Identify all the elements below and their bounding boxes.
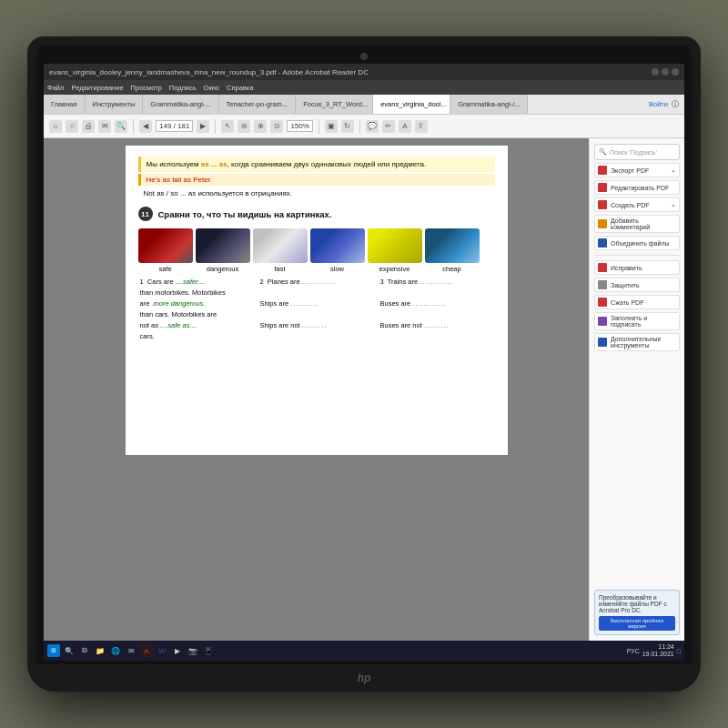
titlebar-buttons xyxy=(652,68,679,76)
task-view-icon[interactable]: ⧉ xyxy=(78,644,91,657)
cursor-icon[interactable]: ↖ xyxy=(221,120,234,133)
mail-icon[interactable]: ✉ xyxy=(125,644,137,657)
col2-line3: Ships are not ......... xyxy=(260,320,373,331)
rotate-icon[interactable]: ↻ xyxy=(341,120,354,133)
plane-label: fast xyxy=(274,265,285,273)
draw-icon[interactable]: ✏ xyxy=(382,120,395,133)
right-panel: 🔍 Поиск 'Подпись' Экспорт PDF ⌄ Редактир… xyxy=(589,138,684,641)
start-button[interactable]: ⊞ xyxy=(47,644,60,657)
fill-sign-icon xyxy=(598,317,607,326)
clock: 11:24 19.01.2021 xyxy=(642,643,674,659)
acrobat-main: Мы используем as ... as, когда сравнивае… xyxy=(44,138,684,641)
col1-line2: than motorbikes. Motorbikes xyxy=(140,288,253,298)
maximize-button[interactable] xyxy=(662,68,669,76)
combine-files-action[interactable]: Объединить файлы xyxy=(594,236,680,250)
col3-line3: Buses are not ......... xyxy=(380,320,493,331)
fit-page-icon[interactable]: ▣ xyxy=(325,120,338,133)
export-pdf-action[interactable]: Экспорт PDF ⌄ xyxy=(594,163,680,177)
next-page-icon[interactable]: ▶ xyxy=(197,120,209,133)
acrobat-taskbar-icon[interactable]: A xyxy=(140,644,153,657)
phone-icon[interactable]: 📱 xyxy=(202,644,215,657)
zoom-out-icon[interactable]: ⊖ xyxy=(238,120,250,133)
image-ship: slow xyxy=(310,228,365,273)
promo-text: Преобразовывайте и изменяйте файлы PDF с… xyxy=(599,594,675,613)
export-pdf-label: Экспорт PDF xyxy=(611,167,649,174)
tab-gram2[interactable]: Grammatika-angl-/... xyxy=(450,95,528,114)
col1-line5: not as ....safe as.... xyxy=(140,320,253,331)
more-tools-action[interactable]: Дополнительные инструменты xyxy=(594,333,680,351)
exercise-col2: 2 Planes are ............ Ships are ....… xyxy=(258,277,375,342)
tab-bar: Главная Инструменты Grammatika-angl-... … xyxy=(44,95,684,115)
compress-pdf-action[interactable]: Сжать PDF xyxy=(594,295,680,309)
info-icon: ⓘ xyxy=(672,100,679,109)
minimize-button[interactable] xyxy=(652,68,659,76)
close-button[interactable] xyxy=(672,68,679,76)
tab-focus[interactable]: Focus_3_RT_Word... xyxy=(296,95,373,114)
col1-line1: 1 Cars are ....safer.... xyxy=(140,277,253,288)
search-icon[interactable]: 🔍 xyxy=(115,120,127,133)
home-toolbar-icon[interactable]: ⌂ xyxy=(49,120,62,133)
menu-sign[interactable]: Подпись xyxy=(169,84,197,92)
search-taskbar-icon[interactable]: 🔍 xyxy=(63,644,76,657)
page-number-input[interactable]: 149 / 181 xyxy=(156,120,193,132)
zoom-level[interactable]: 150% xyxy=(287,120,312,132)
notifications-icon[interactable]: □ xyxy=(677,648,681,654)
taskbar-right: РУС 11:24 19.01.2021 □ xyxy=(627,643,681,659)
tab-tenach[interactable]: Tenacher-po-gram... xyxy=(219,95,297,114)
acrobat-window: evans_virginia_dooley_jenny_landmasheva_… xyxy=(44,64,684,641)
menu-bar: Файл Редактирование Просмотр Подпись Окн… xyxy=(44,80,684,95)
edit-pdf-action[interactable]: Редактировать PDF xyxy=(594,180,680,195)
panel-search-box[interactable]: 🔍 Поиск 'Подпись' xyxy=(594,144,680,160)
media-icon[interactable]: ▶ xyxy=(171,644,184,657)
menu-file[interactable]: Файл xyxy=(47,84,64,92)
search-icon: 🔍 xyxy=(599,148,607,156)
menu-view[interactable]: Просмотр xyxy=(131,84,162,92)
export-pdf-icon xyxy=(598,166,607,175)
highlight-icon[interactable]: A xyxy=(399,120,411,133)
ship-label: slow xyxy=(330,265,344,273)
taskbar: ⊞ 🔍 ⧉ 📁 🌐 ✉ A W ▶ 📷 📱 РУС 11:24 19.01.20… xyxy=(44,641,684,661)
camera-icon[interactable]: 📷 xyxy=(187,644,199,657)
prev-page-icon[interactable]: ◀ xyxy=(139,120,152,133)
exercise-header: 11 Сравни то, что ты видишь на картинках… xyxy=(138,207,495,221)
protect-label: Защитить xyxy=(611,282,640,288)
tab-evans[interactable]: evans_virginia_dool... xyxy=(373,95,450,114)
share-icon[interactable]: ⇪ xyxy=(415,120,428,133)
col1-line6: cars. xyxy=(140,331,253,342)
tab-home[interactable]: Главная xyxy=(44,95,86,114)
menu-window[interactable]: Окно xyxy=(204,84,219,92)
exercise-number: 11 xyxy=(138,207,153,221)
col2-line1: 2 Planes are ............ xyxy=(260,277,373,288)
signin-link[interactable]: Войти xyxy=(649,100,668,108)
exercise-col1: 1 Cars are ....safer.... than motorbikes… xyxy=(138,277,255,342)
zoom-icon[interactable]: ⊙ xyxy=(270,120,283,133)
zoom-in-icon[interactable]: ⊕ xyxy=(254,120,267,133)
tab-gram1[interactable]: Grammatika-angl-... xyxy=(143,95,218,114)
fill-sign-action[interactable]: Заполнить и подписать xyxy=(594,312,680,330)
grammar-rules: Мы используем as ... as, когда сравнивае… xyxy=(138,157,495,199)
compress-label: Сжать PDF xyxy=(611,299,643,306)
tab-tools[interactable]: Инструменты xyxy=(86,95,144,114)
menu-edit[interactable]: Редактирование xyxy=(71,84,123,92)
rule-as-as: Мы используем as ... as, когда сравнивае… xyxy=(138,157,495,172)
menu-help[interactable]: Справка xyxy=(227,84,253,92)
screen: evans_virginia_dooley_jenny_landmasheva_… xyxy=(44,64,684,661)
star-icon[interactable]: ☆ xyxy=(66,120,78,133)
folder-icon[interactable]: 📁 xyxy=(94,644,106,657)
fix-action[interactable]: Исправить xyxy=(594,260,680,275)
titlebar: evans_virginia_dooley_jenny_landmasheva_… xyxy=(44,64,684,80)
add-comment-action[interactable]: Добавить комментарий xyxy=(594,215,680,233)
browser-icon[interactable]: 🌐 xyxy=(109,644,122,657)
print-icon[interactable]: 🖨 xyxy=(82,120,95,133)
bus-image xyxy=(425,228,480,263)
rule-highlight-as: as ... as xyxy=(201,160,228,168)
protect-action[interactable]: Защитить xyxy=(594,278,680,292)
image-car: safe xyxy=(138,228,193,273)
moto-image xyxy=(196,228,250,263)
comment-icon[interactable]: 💬 xyxy=(366,120,379,133)
email-icon[interactable]: ✉ xyxy=(98,120,111,133)
trial-button[interactable]: Бесплатная пробная версия xyxy=(599,616,675,631)
train-label: expensive xyxy=(379,265,410,273)
create-pdf-action[interactable]: Создать PDF ⌄ xyxy=(594,197,680,212)
word-icon[interactable]: W xyxy=(156,644,168,657)
